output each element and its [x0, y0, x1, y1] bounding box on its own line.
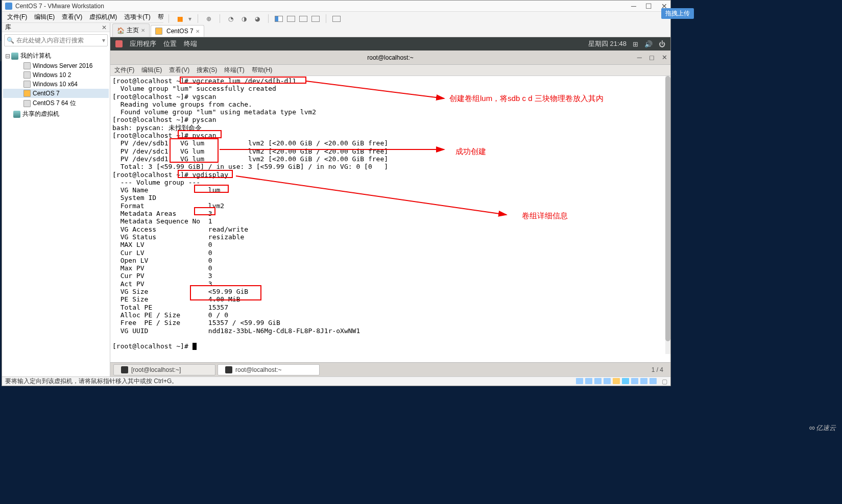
clock1-icon[interactable]: ◔ — [226, 14, 235, 23]
menu-edit[interactable]: 编辑(E) — [31, 12, 58, 22]
vm-tree: ⊟ 我的计算机 Windows Server 2016 Windows 10 2… — [2, 48, 110, 121]
device-icon[interactable] — [622, 378, 629, 384]
fullscreen-icon[interactable] — [332, 16, 341, 22]
layout4-icon[interactable] — [311, 16, 320, 22]
term-menu-terminal[interactable]: 终端(T) — [224, 66, 244, 74]
clock2-icon[interactable]: ◑ — [239, 14, 249, 23]
sidebar-title: 库 — [5, 23, 11, 32]
menu-file[interactable]: 文件(F) — [4, 12, 30, 22]
expand-status-icon[interactable]: ▢ — [662, 378, 667, 385]
power-icon[interactable]: ⏻ — [659, 40, 665, 48]
vm-tab-icon — [155, 28, 162, 35]
device-icon[interactable] — [631, 378, 638, 384]
terminal-body[interactable]: [root@localhost ~]# vgcreate lum /dev/sd… — [110, 76, 670, 354]
shared-icon — [13, 111, 20, 118]
terminal-scrollbar[interactable] — [665, 76, 670, 354]
arrow-3 — [236, 174, 512, 220]
terminal-titlebar: root@localhost:~ ─ ◻ ✕ — [110, 51, 670, 65]
menu-view[interactable]: 查看(V) — [59, 12, 85, 22]
device-icon[interactable] — [649, 378, 657, 384]
terminal-content: [root@localhost ~]# vgcreate lum /dev/sd… — [112, 77, 388, 350]
volume-icon[interactable]: 🔊 — [644, 40, 653, 48]
terminal-menubar: 文件(F) 编辑(E) 查看(V) 搜索(S) 终端(T) 帮助(H) — [110, 65, 670, 76]
search-input[interactable] — [16, 37, 102, 44]
snapshot-icon[interactable]: ⊕ — [204, 14, 213, 23]
search-icon: 🔍 — [7, 37, 14, 44]
menu-tabs[interactable]: 选项卡(T) — [121, 12, 153, 22]
taskbar-item-2[interactable]: root@localhost:~ — [218, 364, 320, 375]
gnome-clock[interactable]: 星期四 21:48 — [588, 39, 627, 48]
status-hint: 要将输入定向到该虚拟机，请将鼠标指针移入其中或按 Ctrl+G。 — [5, 377, 178, 386]
vmware-icon — [5, 3, 12, 10]
network-icon[interactable]: ⊞ — [633, 40, 638, 48]
status-device-icons: ▢ — [576, 378, 667, 385]
activities-icon[interactable] — [115, 40, 123, 47]
home-icon: 🏠 — [117, 27, 125, 34]
device-icon[interactable] — [613, 378, 620, 384]
term-minimize-icon[interactable]: ─ — [637, 54, 642, 61]
sidebar-close-icon[interactable]: ✕ — [102, 24, 107, 31]
device-icon[interactable] — [594, 378, 602, 384]
annotation-text-3: 卷组详细信息 — [522, 212, 568, 219]
workspace-counter[interactable]: 1 / 4 — [652, 366, 667, 373]
tab-home[interactable]: 🏠 主页 ✕ — [112, 23, 150, 37]
arrow-1 — [306, 78, 449, 104]
tab-close-icon[interactable]: ✕ — [196, 29, 200, 34]
maximize-button[interactable]: ☐ — [645, 2, 652, 10]
cursor — [193, 343, 197, 350]
title-bar: CentOS 7 - VMware Workstation ─ ☐ ✕ — [2, 1, 670, 12]
term-maximize-icon[interactable]: ◻ — [649, 54, 655, 61]
minimize-button[interactable]: ─ — [631, 2, 636, 10]
device-icon[interactable] — [604, 378, 611, 384]
menu-vm[interactable]: 虚拟机(M) — [86, 12, 120, 22]
layout1-icon[interactable] — [275, 16, 283, 22]
annotation-text-1: 创建卷组lum，将sdb c d 三块物理卷放入其内 — [449, 94, 604, 102]
term-menu-view[interactable]: 查看(V) — [169, 66, 189, 74]
gnome-taskbar: [root@localhost:~] root@localhost:~ 1 / … — [110, 362, 670, 376]
tree-item-win10-2[interactable]: Windows 10 2 — [3, 70, 109, 80]
window-title: CentOS 7 - VMware Workstation — [15, 3, 631, 10]
vmware-main-window: CentOS 7 - VMware Workstation ─ ☐ ✕ 文件(F… — [2, 0, 671, 386]
terminal-title: root@localhost:~ — [367, 54, 414, 61]
content-area: 🏠 主页 ✕ CentOS 7 ✕ 应用程序 位置 终端 星期四 21:48 ⊞… — [110, 23, 670, 376]
tree-shared-vms[interactable]: 共享的虚拟机 — [3, 109, 109, 119]
library-sidebar: 库 ✕ 🔍 ▾ ⊟ 我的计算机 Windows Server 2016 Wind… — [2, 23, 110, 376]
tab-close-icon[interactable]: ✕ — [141, 28, 145, 33]
tab-centos7[interactable]: CentOS 7 ✕ — [151, 25, 204, 37]
svg-line-2 — [236, 176, 507, 215]
term-menu-help[interactable]: 帮助(H) — [252, 66, 273, 74]
term-menu-edit[interactable]: 编辑(E) — [141, 66, 162, 74]
tree-item-win10x64[interactable]: Windows 10 x64 — [3, 80, 109, 89]
device-icon[interactable] — [585, 378, 592, 384]
tree-item-winserver[interactable]: Windows Server 2016 — [3, 61, 109, 70]
layout3-icon[interactable] — [299, 16, 307, 22]
term-close-icon[interactable]: ✕ — [662, 54, 667, 61]
term-menu-file[interactable]: 文件(F) — [114, 66, 134, 74]
tree-item-centos7-64[interactable]: CentOS 7 64 位 — [3, 98, 109, 109]
gnome-applications[interactable]: 应用程序 — [130, 39, 156, 48]
vmware-statusbar: 要将输入定向到该虚拟机，请将鼠标指针移入其中或按 Ctrl+G。 ▢ — [2, 376, 670, 386]
device-icon[interactable] — [640, 378, 647, 384]
tab-strip: 🏠 主页 ✕ CentOS 7 ✕ — [110, 23, 670, 37]
computer-icon — [11, 53, 18, 60]
terminal-task-icon — [225, 366, 232, 373]
device-icon[interactable] — [576, 378, 583, 384]
terminal-task-icon — [121, 366, 128, 373]
gnome-terminal-menu[interactable]: 终端 — [184, 39, 197, 48]
svg-line-0 — [306, 81, 444, 98]
term-menu-search[interactable]: 搜索(S) — [197, 66, 217, 74]
layout2-icon[interactable] — [287, 16, 295, 22]
tree-item-centos7[interactable]: CentOS 7 — [3, 89, 109, 98]
tree-root-mycomputer[interactable]: ⊟ 我的计算机 — [3, 51, 109, 61]
clock3-icon[interactable]: ◕ — [253, 14, 262, 23]
search-dropdown-icon[interactable]: ▾ — [102, 37, 105, 44]
pause-icon[interactable]: ▮▮ — [175, 14, 184, 23]
search-box[interactable]: 🔍 ▾ — [4, 34, 108, 46]
gnome-places[interactable]: 位置 — [163, 39, 177, 48]
upload-badge[interactable]: 拖拽上传 — [661, 8, 694, 19]
taskbar-item-1[interactable]: [root@localhost:~] — [113, 364, 215, 375]
gnome-top-bar: 应用程序 位置 终端 星期四 21:48 ⊞ 🔊 ⏻ — [110, 37, 670, 51]
watermark: ∞亿速云 — [809, 423, 836, 433]
annotation-text-2: 成功创建 — [455, 147, 486, 155]
